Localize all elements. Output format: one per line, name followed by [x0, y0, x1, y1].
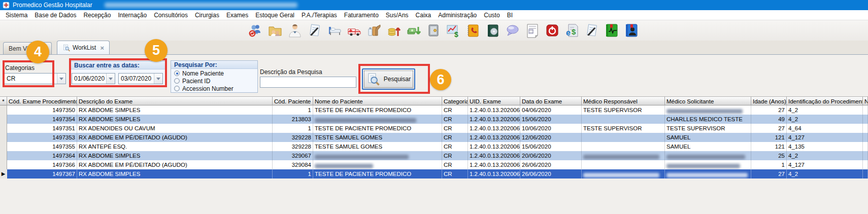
phone-book-icon[interactable]	[465, 22, 481, 39]
table-row[interactable]: 1497354RX ABDOME SIMPLES213803CR1.2.40.0…	[0, 115, 868, 124]
date-to-dropdown-button[interactable]	[154, 74, 162, 84]
menu-item-p-a-terapias[interactable]: P.A./Terapias	[298, 11, 341, 20]
table-row[interactable]: 1497353RX ABDOME EM PÉ/DEITADO (AGUDO)32…	[0, 133, 868, 142]
table-row[interactable]: 1497351RX ADENOIDES OU CAVUM1TESTE DE PA…	[0, 124, 868, 133]
power-icon[interactable]	[544, 22, 560, 39]
menu-item-exames[interactable]: Exames	[223, 11, 252, 20]
column-header-c-d-paciente[interactable]: Cód. Paciente	[273, 96, 313, 105]
redacted-text	[666, 155, 745, 159]
cell-categoria: CR	[442, 124, 468, 133]
column-header-identifica-o-do-procedimento[interactable]: Identificação do Procedimento	[787, 96, 863, 105]
table-row[interactable]: 1497364RX ABDOME SIMPLES329067CR1.2.40.0…	[0, 151, 868, 160]
cell-data-do-exame: 15/06/2020	[520, 142, 582, 151]
categorias-dropdown[interactable]: CR	[4, 73, 66, 84]
book-disc-icon[interactable]	[485, 22, 501, 39]
search-button[interactable]: Pesquisar	[362, 68, 415, 90]
menu-item-sus-ans[interactable]: Sus/Ans	[382, 11, 412, 20]
cell-data-do-exame: 12/06/2020	[520, 133, 582, 142]
column-header-descri-o-do-exame[interactable]: Descrição do Exame	[77, 96, 273, 105]
categorias-dropdown-button[interactable]	[57, 74, 65, 84]
menu-item-estoque-geral[interactable]: Estoque Geral	[252, 11, 298, 20]
cell-c-d-exame-procedimento: 1497353	[7, 133, 77, 142]
table-row[interactable]: ▶1497367RX ABDOME SIMPLES1TESTE DE PACIE…	[0, 169, 868, 179]
tab-strip: Bem Vindo WorkList ×	[0, 41, 868, 55]
menu-item-consult-rios[interactable]: Consultórios	[150, 11, 191, 20]
radio-button-icon[interactable]	[174, 78, 180, 84]
e-invoice-icon[interactable]: e$	[564, 22, 580, 39]
pharmacy-stock-icon[interactable]	[366, 22, 382, 39]
redacted-text	[583, 155, 659, 159]
menu-item-administra-o[interactable]: Administração	[435, 11, 480, 20]
contacts-book-icon[interactable]	[623, 22, 640, 39]
radio-pacient-id[interactable]: Pacient ID	[174, 78, 257, 84]
column-header-data-do-exame[interactable]: Data do Exame	[520, 96, 582, 105]
column-header-c-d-exame-procedimento[interactable]: Cód. Exame Procedimento	[7, 96, 77, 105]
money-in-icon[interactable]	[406, 22, 422, 39]
date-from-picker[interactable]: 01/06/2020	[72, 73, 115, 84]
cell-uid-exame: 1.2.40.0.13.202006	[468, 115, 520, 124]
users-sync-icon[interactable]	[247, 22, 263, 39]
table-row[interactable]: 1497355RX ANTEPÉ ESQ.329228TESTE SAMUEL …	[0, 142, 868, 151]
table-row[interactable]: 1497350RX ABDOME SIMPLES1TESTE DE PACIEN…	[0, 105, 868, 115]
cell-idade-anos-: 27	[751, 105, 787, 115]
chat-icon[interactable]	[505, 22, 521, 39]
cell-identifica-o-do-procedimento: 4_2	[787, 151, 863, 160]
cell-descri-o-do-exame: RX ABDOME SIMPLES	[77, 115, 273, 124]
prescription-pen-icon[interactable]	[584, 22, 600, 39]
ecg-book-icon[interactable]	[604, 22, 620, 39]
cell-nome-do-paciente: TESTE DE PACIENTE PROMEDICO	[313, 105, 442, 115]
finance-chart-icon[interactable]: $	[445, 22, 461, 39]
row-indicator	[0, 151, 7, 160]
cell-identifica-o-do-procedimento: 4_135	[787, 142, 863, 151]
menu-item-caixa[interactable]: Caixa	[412, 11, 435, 20]
cell-c-d-paciente: 329228	[273, 133, 313, 142]
invoice-icon[interactable]	[524, 22, 541, 39]
hospital-bed-icon[interactable]	[326, 22, 343, 39]
doctor-icon[interactable]	[287, 22, 303, 39]
column-header-m-dico-respons-vel[interactable]: Médico Responsável	[582, 96, 665, 105]
menu-item-bi[interactable]: BI	[504, 11, 516, 20]
radio-button-icon[interactable]	[174, 70, 180, 76]
radio-button-icon[interactable]	[174, 86, 180, 91]
menu-item-custo[interactable]: Custo	[480, 11, 503, 20]
cell-no	[863, 124, 868, 133]
cell-categoria: CR	[442, 115, 468, 124]
ambulance-icon[interactable]	[346, 22, 362, 39]
radio-accession-number[interactable]: Accession Number	[174, 85, 257, 92]
tab-bem-vindo[interactable]: Bem Vindo	[3, 42, 52, 54]
menu-item-interna-o[interactable]: Internação	[114, 11, 150, 20]
column-header-indicator[interactable]: *	[0, 96, 7, 105]
redacted-text	[315, 155, 409, 159]
menu-item-cirurgias[interactable]: Cirurgias	[191, 11, 223, 20]
column-header-uid-exame[interactable]: UID. Exame	[468, 96, 520, 105]
cell-c-d-paciente: 329228	[273, 142, 313, 151]
column-header-nome-do-paciente[interactable]: Nome do Paciente	[313, 96, 442, 105]
menu-item-faturamento[interactable]: Faturamento	[341, 11, 382, 20]
table-row[interactable]: 1497366RX ABDOME EM PÉ/DEITADO (AGUDO)32…	[0, 160, 868, 169]
menu-item-base-de-dados[interactable]: Base de Dados	[31, 11, 80, 20]
money-out-icon[interactable]	[386, 22, 402, 39]
menu-bar: SistemaBase de DadosRecepçãoInternaçãoCo…	[0, 10, 868, 20]
cell-no	[863, 133, 868, 142]
menu-item-sistema[interactable]: Sistema	[2, 11, 31, 20]
cell-uid-exame: 1.2.40.0.13.202006	[468, 105, 520, 115]
cell-m-dico-respons-vel	[582, 169, 665, 179]
promedico-window: Promedico Gestão Hospitalar SistemaBase …	[0, 0, 868, 214]
date-from-dropdown-button[interactable]	[106, 74, 115, 84]
patient-folder-icon[interactable]	[267, 22, 283, 39]
column-header-m-dico-solicitante[interactable]: Médico Solicitante	[665, 96, 751, 105]
cell-c-d-exame-procedimento: 1497367	[7, 169, 77, 179]
tab-worklist[interactable]: WorkList ×	[57, 41, 110, 54]
radio-label: Pacient ID	[182, 78, 210, 85]
column-header-no[interactable]: No	[863, 96, 868, 105]
safe-icon[interactable]	[425, 22, 442, 39]
column-header-idade-anos-[interactable]: Idade (Anos)	[751, 96, 787, 105]
cell-uid-exame: 1.2.40.0.13.202006	[468, 169, 520, 179]
prescription-icon[interactable]	[307, 22, 323, 39]
tab-close-icon[interactable]: ×	[100, 44, 104, 52]
column-header-categoria[interactable]: Categoria	[442, 96, 468, 105]
date-to-picker[interactable]: 03/07/2020	[118, 73, 163, 84]
search-description-input[interactable]	[260, 77, 356, 88]
radio-nome-paciente[interactable]: Nome Paciente	[174, 70, 257, 77]
menu-item-recep-o[interactable]: Recepção	[80, 11, 114, 20]
